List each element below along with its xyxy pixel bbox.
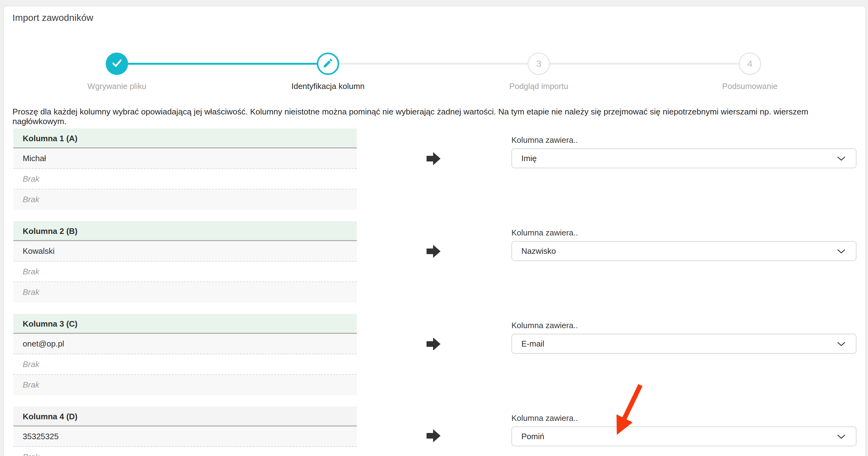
table-row: Brak	[13, 189, 357, 210]
selected-value: E-mail	[521, 339, 837, 349]
column-3-preview-table: Kolumna 3 (C) onet@op.pl Brak Brak	[13, 314, 357, 395]
table-row: Brak	[13, 354, 357, 375]
step-2-circle[interactable]	[317, 53, 339, 75]
column-header: Kolumna 4 (D)	[13, 406, 357, 426]
column-3-type-select[interactable]: E-mail	[512, 334, 857, 354]
step-3-circle[interactable]: 3	[528, 53, 550, 75]
step-2-label: Identyfikacja kolumn	[250, 82, 406, 91]
column-header: Kolumna 3 (C)	[13, 314, 357, 334]
step-4-circle[interactable]: 4	[739, 53, 761, 75]
column-1-preview-table: Kolumna 1 (A) Michał Brak Brak	[13, 128, 357, 210]
column-1-type-select[interactable]: Imię	[512, 148, 857, 168]
column-2-type-select[interactable]: Nazwisko	[512, 241, 857, 261]
column-2-preview-table: Kolumna 2 (B) Kowalski Brak Brak	[13, 221, 357, 303]
selected-value: Imię	[521, 154, 837, 163]
stepper-connector-done	[117, 63, 328, 65]
check-icon	[111, 57, 123, 71]
table-row: Brak	[13, 262, 357, 282]
step-1-label: Wgrywanie pliku	[39, 82, 195, 91]
step-4-label: Podsumowanie	[672, 82, 828, 91]
stepper-connector	[328, 63, 539, 65]
chevron-down-icon	[837, 246, 845, 256]
step-3-label: Podgląd importu	[461, 82, 617, 91]
map-arrow-icon	[427, 244, 441, 260]
step-3-number: 3	[536, 59, 541, 69]
table-row: onet@op.pl	[13, 334, 357, 354]
table-row: Brak	[13, 447, 357, 456]
map-arrow-icon	[427, 337, 441, 352]
table-row: Brak	[13, 282, 357, 303]
select-label: Kolumna zawiera..	[512, 321, 578, 330]
stepper-connector	[539, 63, 750, 65]
column-header: Kolumna 2 (B)	[13, 221, 357, 241]
chevron-down-icon	[837, 339, 845, 349]
table-row: Michał	[13, 148, 357, 169]
map-arrow-icon	[427, 429, 441, 444]
map-arrow-icon	[427, 152, 441, 167]
select-label: Kolumna zawiera..	[512, 228, 578, 238]
table-row: 35325325	[13, 426, 357, 447]
page-title: Import zawodników	[12, 12, 93, 23]
chevron-down-icon	[837, 154, 845, 163]
selected-value: Pomiń	[521, 432, 837, 442]
pencil-icon	[322, 58, 334, 70]
select-label: Kolumna zawiera..	[512, 414, 578, 423]
table-row: Kowalski	[13, 241, 357, 262]
table-row: Brak	[13, 375, 357, 395]
column-header: Kolumna 1 (A)	[13, 128, 357, 148]
select-label: Kolumna zawiera..	[512, 135, 578, 145]
column-4-preview-table: Kolumna 4 (D) 35325325 Brak	[13, 406, 357, 456]
step-4-number: 4	[747, 59, 753, 69]
table-row: Brak	[13, 169, 357, 189]
selected-value: Nazwisko	[521, 246, 837, 256]
step-1-circle[interactable]	[106, 53, 128, 75]
column-4-type-select[interactable]: Pomiń	[512, 426, 857, 446]
instruction-text: Proszę dla każdej kolumny wybrać opowiad…	[12, 107, 858, 126]
chevron-down-icon	[837, 432, 845, 442]
